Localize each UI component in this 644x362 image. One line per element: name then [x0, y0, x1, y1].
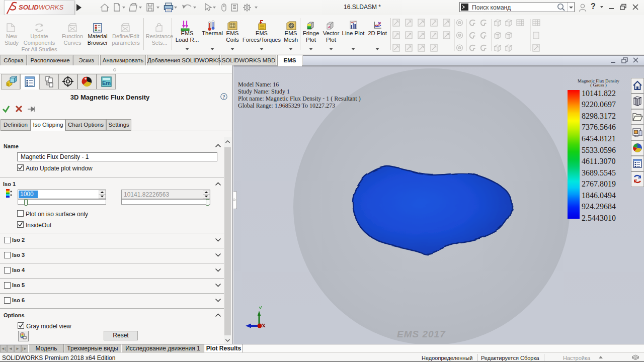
svg-text:SOLID: SOLID [19, 4, 39, 11]
svg-text:WORKS: WORKS [39, 4, 63, 11]
svg-text:?: ? [223, 94, 225, 100]
svg-text:Em: Em [102, 80, 111, 86]
